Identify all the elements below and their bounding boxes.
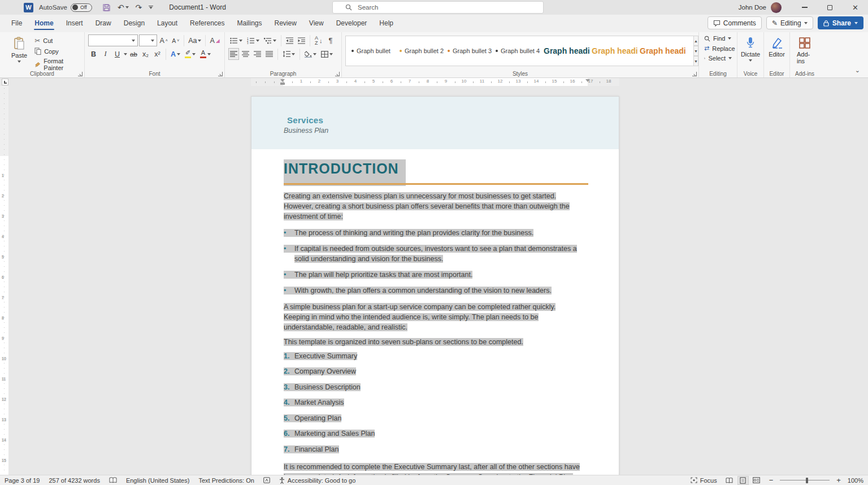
tab-help[interactable]: Help [374, 16, 399, 31]
page-indicator[interactable]: Page 3 of 19 [5, 477, 40, 484]
change-case-button[interactable]: Aa [187, 34, 202, 46]
superscript-button[interactable]: x² [152, 48, 163, 60]
redo-icon[interactable]: ↷ [136, 3, 142, 11]
style-graph-bullet-4[interactable]: Graph bullet 4 [496, 47, 544, 54]
quick-access-toolbar-customize-icon[interactable] [149, 6, 153, 10]
vertical-ruler[interactable]: 123456789101112131415161718 [0, 86, 8, 475]
text-predictions-icon[interactable] [263, 477, 270, 483]
align-right-button[interactable] [252, 48, 263, 60]
collapse-ribbon-icon[interactable]: ⌄ [855, 67, 860, 74]
decrease-indent-button[interactable] [284, 34, 295, 46]
select-button[interactable]: Select [702, 54, 734, 63]
strikethrough-button[interactable]: ab [128, 48, 139, 60]
multilevel-list-button[interactable] [262, 34, 278, 46]
tab-home[interactable]: Home [29, 16, 59, 31]
paragraph-dialog-launcher[interactable] [335, 72, 340, 76]
style-graph-bullet[interactable]: Graph bullet [351, 47, 400, 54]
justify-button[interactable] [264, 48, 275, 60]
style-graph-bullet-2[interactable]: Graph bullet 2 [400, 47, 448, 54]
numbering-button[interactable]: 123 [245, 34, 261, 46]
find-button[interactable]: Find [702, 34, 734, 43]
language-indicator[interactable]: English (United States) [126, 477, 190, 484]
close-button[interactable]: ✕ [843, 0, 868, 15]
zoom-slider[interactable] [780, 476, 830, 485]
editor-button[interactable]: Editor [767, 34, 786, 60]
shading-button[interactable] [303, 48, 318, 60]
zoom-level[interactable]: 100% [848, 477, 863, 484]
user-avatar[interactable] [771, 2, 782, 13]
align-left-button[interactable] [228, 48, 239, 60]
page-content[interactable]: INTRODUCTION Creating an extensive busin… [251, 149, 620, 475]
h-ruler-scale[interactable]: 123456789101112131415161718 [251, 78, 619, 86]
minimize-button[interactable] [792, 0, 817, 15]
font-size-combobox[interactable] [139, 34, 157, 46]
bullets-button[interactable] [228, 34, 244, 46]
borders-button[interactable] [319, 48, 335, 60]
clipboard-dialog-launcher[interactable] [78, 72, 83, 76]
styles-gallery-more-button[interactable]: ▼ [694, 56, 698, 66]
italic-button[interactable]: I [100, 48, 111, 60]
text-predictions-indicator[interactable]: Text Predictions: On [198, 477, 254, 484]
print-layout-view-button[interactable] [737, 476, 749, 485]
save-icon[interactable] [102, 3, 111, 12]
subscript-button[interactable]: x₂ [140, 48, 151, 60]
underline-caret-icon[interactable] [124, 53, 127, 55]
tab-review[interactable]: Review [269, 16, 302, 31]
font-name-combobox[interactable] [88, 34, 138, 46]
style-graph-bullet-3[interactable]: Graph bullet 3 [448, 47, 496, 54]
sort-button[interactable]: AZ↓ [313, 34, 324, 46]
autosave-control[interactable]: AutoSave Off [39, 3, 92, 12]
tab-references[interactable]: References [184, 16, 230, 31]
comments-button[interactable]: Comments [708, 16, 762, 29]
underline-button[interactable]: U [112, 48, 123, 60]
font-color-button[interactable]: A [198, 48, 212, 60]
search-input[interactable]: Search [332, 1, 544, 14]
read-mode-view-button[interactable] [724, 476, 735, 485]
format-painter-button[interactable]: Format Painter [33, 57, 81, 72]
style-graph-heading-2[interactable]: Graph headi [592, 46, 640, 55]
addins-button[interactable]: Add-ins [793, 34, 816, 67]
word-app-icon[interactable]: W [24, 3, 33, 12]
shrink-font-button[interactable]: A˅ [170, 34, 181, 46]
paste-button[interactable]: Paste [8, 34, 31, 70]
proofing-status[interactable] [109, 477, 117, 483]
replace-button[interactable]: ⇄Replace [702, 44, 734, 53]
tab-stop-selector[interactable] [2, 79, 8, 85]
tab-file[interactable]: File [6, 16, 28, 31]
tab-mailings[interactable]: Mailings [231, 16, 267, 31]
styles-dialog-launcher[interactable] [692, 72, 697, 76]
document-page[interactable]: Services Business Plan INTRODUCTION Crea… [251, 96, 619, 475]
dictate-button[interactable]: Dictate [741, 34, 760, 64]
styles-gallery-down-button[interactable]: ▼ [694, 46, 698, 56]
left-indent-marker[interactable] [280, 83, 285, 85]
style-graph-heading-1[interactable]: Graph headi [544, 46, 592, 55]
styles-gallery-up-button[interactable]: ▲ [694, 36, 698, 46]
tab-insert[interactable]: Insert [60, 16, 89, 31]
style-graph-heading-3[interactable]: Graph headi [640, 46, 688, 55]
zoom-in-button[interactable]: + [836, 476, 841, 484]
line-spacing-button[interactable] [281, 48, 297, 60]
cut-button[interactable]: ✂Cut [33, 36, 81, 46]
bold-button[interactable]: B [88, 48, 99, 60]
zoom-out-button[interactable]: − [769, 476, 774, 484]
increase-indent-button[interactable] [296, 34, 307, 46]
share-button[interactable]: Share [818, 16, 863, 29]
text-effects-button[interactable]: A [169, 48, 182, 60]
tab-draw[interactable]: Draw [90, 16, 117, 31]
copy-button[interactable]: Copy [33, 46, 81, 56]
text-highlight-button[interactable]: ✐ [183, 48, 197, 60]
zoom-slider-thumb[interactable] [806, 478, 808, 483]
word-count[interactable]: 257 of 4232 words [49, 477, 100, 484]
grow-font-button[interactable]: A˄ [158, 34, 169, 46]
editing-mode-button[interactable]: ✎ Editing [766, 16, 813, 29]
clear-formatting-button[interactable]: A◢ [209, 34, 221, 46]
user-name[interactable]: John Doe [739, 4, 766, 11]
restore-button[interactable] [817, 0, 843, 15]
first-line-indent-marker[interactable] [280, 79, 285, 82]
tab-layout[interactable]: Layout [151, 16, 183, 31]
autosave-toggle[interactable]: Off [71, 3, 92, 12]
document-canvas[interactable]: 123456789101112131415161718 Services Bus… [0, 86, 868, 475]
tab-developer[interactable]: Developer [331, 16, 373, 31]
web-layout-view-button[interactable] [751, 476, 762, 485]
show-hide-paragraph-marks-button[interactable]: ¶ [326, 34, 336, 46]
